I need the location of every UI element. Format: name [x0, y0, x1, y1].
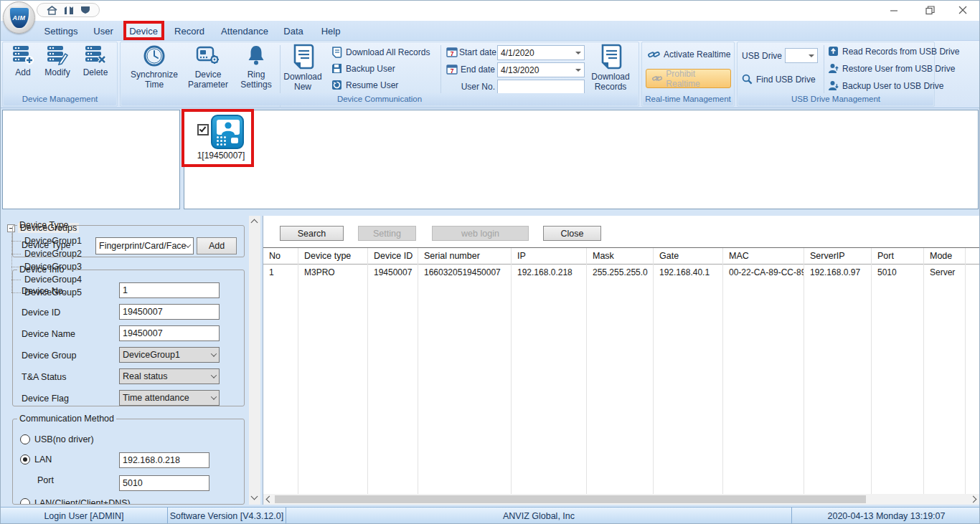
lan-ip-input[interactable] — [119, 452, 209, 468]
document-icon — [291, 44, 314, 70]
tab-record[interactable]: Record — [170, 23, 209, 39]
scroll-up-icon[interactable] — [251, 219, 258, 227]
col-device-type[interactable]: Device type — [298, 248, 367, 265]
group-device-communication: Synchronize Time Device Parameter Ring S… — [120, 42, 639, 107]
col-mode[interactable]: Mode — [924, 248, 965, 265]
end-date-combo[interactable]: 4/13/2020 — [497, 62, 585, 77]
check-icon — [199, 125, 207, 132]
magnifier-icon — [742, 74, 753, 85]
cell-mask[interactable]: 255.255.255.0 — [587, 265, 653, 280]
ring-settings-button[interactable]: Ring Settings — [235, 44, 277, 90]
device-flag-label: Device Flag — [22, 394, 69, 404]
device-type-select[interactable]: Fingerprint/Card/Face — [95, 237, 194, 254]
col-serverip[interactable]: ServerIP — [804, 248, 871, 265]
dropdown-arrow-icon — [575, 52, 581, 54]
web-login-button[interactable]: web login — [432, 226, 529, 241]
device-name-input[interactable] — [119, 325, 220, 341]
download-all-records-button[interactable]: Download All Records — [331, 47, 430, 58]
backup-user-usb-button[interactable]: Backup User to USB Drive — [828, 80, 943, 91]
close-icon[interactable] — [953, 2, 972, 18]
app-window: AIM Settings User Device Record Attendan… — [0, 0, 980, 524]
port-input[interactable] — [119, 475, 209, 491]
device-terminal-icon[interactable] — [211, 115, 244, 149]
cell-ip[interactable]: 192.168.0.218 — [512, 265, 586, 280]
read-records-usb-button[interactable]: Read Records from USB Drive — [828, 46, 959, 57]
device-flag-select[interactable]: Time attendance — [119, 390, 220, 406]
ring-settings-label: Ring Settings — [235, 70, 277, 90]
home-icon[interactable] — [47, 6, 57, 15]
delete-device-button[interactable]: Delete — [79, 45, 112, 77]
tab-help[interactable]: Help — [316, 23, 345, 39]
scrollbar-thumb[interactable] — [275, 495, 866, 503]
close-button[interactable]: Close — [543, 226, 601, 241]
device-info-groupbox: Device Info Device No. Device ID Device … — [12, 265, 245, 406]
find-usb-drive-button[interactable]: Find USB Drive — [742, 74, 816, 85]
search-button[interactable]: Search — [280, 226, 344, 241]
tab-user[interactable]: User — [88, 23, 118, 39]
device-type-add-button[interactable]: Add — [197, 237, 237, 254]
cell-device-type[interactable]: M3PRO — [298, 265, 367, 280]
cell-mac[interactable]: 00-22-CA-89-CC-89 — [723, 265, 804, 280]
ta-status-select[interactable]: Real status — [119, 368, 220, 384]
radio-lan[interactable] — [20, 454, 30, 465]
backup-user-button[interactable]: Backup User — [331, 63, 395, 74]
prohibit-realtime-button[interactable]: Prohibit Realtime — [646, 69, 731, 88]
form-vertical-scrollbar[interactable] — [249, 216, 260, 505]
cell-mode[interactable]: Server — [924, 265, 965, 280]
device-checkbox[interactable] — [197, 124, 209, 135]
usb-drive-label: USB Drive — [742, 51, 782, 61]
start-date-value: 4/1/2020 — [501, 48, 575, 58]
usb-drive-combo[interactable] — [785, 48, 818, 63]
group-title-device-management: Device Management — [4, 93, 116, 105]
status-bar: Login User [ADMIN] Software Version [V4.… — [1, 507, 980, 524]
col-ip[interactable]: IP — [512, 248, 586, 265]
scroll-right-icon[interactable] — [970, 496, 977, 503]
people-icon[interactable] — [64, 6, 74, 15]
cell-device-id[interactable]: 19450007 — [368, 265, 418, 280]
device-id-input[interactable] — [119, 304, 220, 320]
table-horizontal-scrollbar[interactable] — [263, 494, 980, 505]
backup-user-usb-label: Backup User to USB Drive — [842, 81, 943, 91]
restore-user-usb-button[interactable]: Restore User from USB Drive — [828, 63, 955, 74]
tab-device[interactable]: Device — [126, 23, 161, 39]
col-no[interactable]: No — [263, 248, 298, 265]
col-mask[interactable]: Mask — [587, 248, 653, 265]
communication-method-groupbox: Communication Method USB(no driver) LAN … — [12, 414, 245, 505]
tab-data[interactable]: Data — [280, 23, 307, 39]
shield-icon[interactable] — [80, 6, 90, 14]
activate-realtime-button[interactable]: Activate Realtime — [648, 49, 730, 59]
download-records-button[interactable]: Download Records — [588, 44, 633, 92]
device-no-input[interactable] — [119, 282, 220, 298]
cell-serial-number[interactable]: 1660320519450007 — [418, 265, 511, 280]
device-group-label: Device Group — [22, 351, 76, 361]
setting-button[interactable]: Setting — [358, 226, 416, 241]
device-item-label[interactable]: 1[19450007] — [190, 151, 252, 161]
scroll-left-icon[interactable] — [266, 496, 273, 503]
add-device-button[interactable]: Add — [9, 45, 37, 77]
cell-port[interactable]: 5010 — [872, 265, 923, 280]
cell-no[interactable]: 1 — [263, 265, 298, 280]
col-serial-number[interactable]: Serial number — [418, 248, 511, 265]
minimize-button[interactable] — [885, 2, 903, 18]
device-parameter-button[interactable]: Device Parameter — [181, 44, 235, 90]
tab-settings[interactable]: Settings — [39, 23, 83, 39]
start-date-combo[interactable]: 4/1/2020 — [497, 45, 585, 60]
resume-user-button[interactable]: Resume User — [331, 80, 398, 90]
restore-button[interactable] — [920, 2, 939, 18]
col-gate[interactable]: Gate — [654, 248, 722, 265]
col-port[interactable]: Port — [872, 248, 923, 265]
modify-device-button[interactable]: Modify — [40, 45, 75, 77]
radio-usb[interactable] — [20, 434, 30, 444]
app-logo[interactable]: AIM — [3, 1, 35, 34]
user-no-input[interactable] — [497, 80, 585, 95]
scroll-down-icon[interactable] — [251, 493, 258, 500]
col-mac[interactable]: MAC — [723, 248, 804, 265]
col-device-id[interactable]: Device ID — [368, 248, 418, 265]
device-group-select[interactable]: DeviceGroup1 — [119, 347, 220, 363]
radio-lan-client[interactable] — [20, 498, 30, 505]
synchronize-time-button[interactable]: Synchronize Time — [128, 44, 181, 90]
tab-attendance[interactable]: Attendance — [220, 23, 270, 39]
cell-gate[interactable]: 192.168.40.1 — [654, 265, 722, 280]
cell-serverip[interactable]: 192.168.0.97 — [804, 265, 871, 280]
svg-text:7: 7 — [451, 67, 454, 75]
